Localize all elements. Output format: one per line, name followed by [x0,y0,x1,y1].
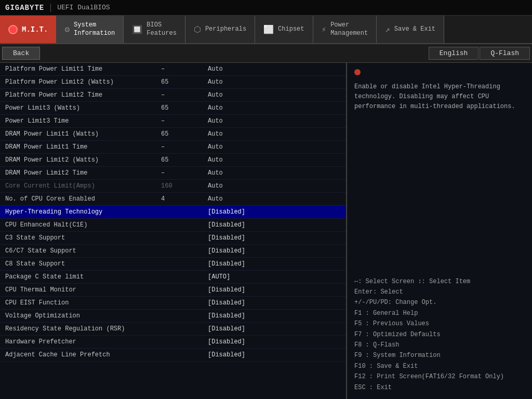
item-name: Platform Power Limit2 (Watts) [5,78,161,86]
settings-item[interactable]: Power Limit3 (Watts)65Auto [0,102,346,115]
nav-tab-save-exit[interactable]: ↗ Save & Exit [377,16,444,43]
item-value: Auto [203,182,341,190]
item-value: [Disabled] [203,221,341,229]
control-item: F5 : Previous Values [354,318,525,329]
item-name: CPU Thermal Monitor [5,286,161,294]
qflash-button[interactable]: Q-Flash [480,47,530,60]
settings-item[interactable]: Hardware Prefetcher[Disabled] [0,336,346,349]
item-name: Residency State Regulation (RSR) [5,325,161,332]
item-name: Platform Power Limit2 Time [5,91,161,99]
nav-tab-peripherals-label: Peripherals [205,25,246,34]
item-mid-value: 65 [161,104,203,112]
item-name: Power Limit3 Time [5,117,161,125]
control-item: F7 : Optimized Defaults [354,329,525,340]
save-exit-icon: ↗ [385,24,390,35]
nav-tab-power-management[interactable]: ⚡ PowerManagement [313,16,377,43]
settings-item[interactable]: Hyper-Threading Technology[Disabled] [0,206,346,219]
item-value: Auto [203,117,341,125]
bios-features-icon: 🔲 [132,24,142,35]
item-value: [Disabled] [203,260,341,268]
item-name: C3 State Support [5,234,161,242]
mit-label: M.I.T. [22,25,48,34]
item-value: [Disabled] [203,208,341,216]
settings-item[interactable]: Residency State Regulation (RSR)[Disable… [0,323,346,336]
info-dot [354,69,361,75]
item-mid-value: – [161,91,203,99]
brand-logo: GIGABYTE [5,4,51,12]
control-item: ESC : Exit [354,382,525,393]
controls-list: ↔: Select Screen ↕: Select ItemEnter: Se… [354,276,525,393]
item-name: CPU EIST Function [5,299,161,307]
settings-item[interactable]: No. of CPU Cores Enabled4Auto [0,193,346,206]
nav-tab-chipset[interactable]: ⬜ Chipset [255,16,313,43]
settings-item[interactable]: C3 State Support[Disabled] [0,232,346,245]
power-icon: ⚡ [322,24,327,35]
settings-item[interactable]: Platform Power Limit2 Time–Auto [0,89,346,102]
item-value: [Disabled] [203,312,341,320]
back-button[interactable]: Back [2,47,40,60]
settings-item[interactable]: Platform Power Limit2 (Watts)65Auto [0,76,346,89]
settings-item[interactable]: Platform Power Limit1 Time–Auto [0,63,346,76]
item-value: [AUTO] [203,273,341,281]
item-name: Adjacent Cache Line Prefetch [5,351,161,358]
nav-tab-mit[interactable]: M.I.T. [0,16,56,43]
nav-tab-chipset-label: Chipset [278,25,304,34]
settings-item[interactable]: DRAM Power Limit1 (Watts)65Auto [0,128,346,141]
settings-list: Platform Power Limit1 Time–AutoPlatform … [0,63,346,362]
control-item: F9 : System Information [354,350,525,361]
language-button[interactable]: English [429,47,479,60]
item-name: Core Current Limit(Amps) [5,182,161,190]
item-name: DRAM Power Limit2 Time [5,169,161,177]
nav-tab-system-information[interactable]: ⚙ SystemInformation [56,16,124,43]
header-bar: GIGABYTE UEFI DualBIOS [0,0,532,16]
item-value: Auto [203,65,341,73]
item-mid-value: 65 [161,78,203,86]
item-mid-value: 4 [161,195,203,203]
item-name: CPU Enhanced Halt(C1E) [5,221,161,229]
mit-indicator [8,25,18,34]
settings-item[interactable]: DRAM Power Limit1 Time–Auto [0,141,346,154]
settings-item[interactable]: Package C State limit[AUTO] [0,271,346,284]
control-item: F10 : Save & Exit [354,361,525,371]
item-name: C6/C7 State Support [5,247,161,255]
item-name: Package C State limit [5,273,161,281]
item-value: [Disabled] [203,338,341,345]
settings-item[interactable]: Voltage Optimization[Disabled] [0,310,346,323]
item-name: DRAM Power Limit1 (Watts) [5,130,161,138]
settings-item[interactable]: Adjacent Cache Line Prefetch[Disabled] [0,349,346,362]
settings-item[interactable]: Power Limit3 Time–Auto [0,115,346,128]
settings-item[interactable]: C8 State Support[Disabled] [0,258,346,271]
system-info-icon: ⚙ [64,24,70,35]
item-mid-value: – [161,65,203,73]
item-mid-value: 65 [161,156,203,164]
chipset-icon: ⬜ [263,24,274,35]
nav-bar: M.I.T. ⚙ SystemInformation 🔲 BIOSFeature… [0,16,532,44]
settings-item[interactable]: CPU EIST Function[Disabled] [0,297,346,310]
item-mid-value: – [161,169,203,177]
control-item: Enter: Select [354,287,525,297]
info-indicator [354,69,525,82]
settings-item[interactable]: Core Current Limit(Amps)160Auto [0,180,346,193]
item-value: [Disabled] [203,234,341,242]
item-mid-value: – [161,117,203,125]
item-name: DRAM Power Limit2 (Watts) [5,156,161,164]
uefi-label: UEFI DualBIOS [57,4,110,11]
settings-item[interactable]: DRAM Power Limit2 (Watts)65Auto [0,154,346,167]
settings-item[interactable]: C6/C7 State Support[Disabled] [0,245,346,258]
nav-tab-bios-features[interactable]: 🔲 BIOSFeatures [124,16,185,43]
item-value: [Disabled] [203,299,341,307]
settings-item[interactable]: CPU Thermal Monitor[Disabled] [0,284,346,297]
info-description: Enable or disable Intel Hyper-Threading … [354,82,525,112]
item-mid-value: – [161,143,203,151]
item-value: [Disabled] [203,325,341,332]
nav-tab-system-information-label: SystemInformation [74,21,115,37]
item-name: Platform Power Limit1 Time [5,65,161,73]
item-value: Auto [203,91,341,99]
settings-item[interactable]: CPU Enhanced Halt(C1E)[Disabled] [0,219,346,232]
item-name: No. of CPU Cores Enabled [5,195,161,203]
nav-tab-peripherals[interactable]: ⬡ Peripherals [185,16,255,43]
nav-tab-power-management-label: PowerManagement [330,21,368,37]
control-item: F1 : General Help [354,308,525,318]
settings-item[interactable]: DRAM Power Limit2 Time–Auto [0,167,346,180]
item-value: Auto [203,169,341,177]
